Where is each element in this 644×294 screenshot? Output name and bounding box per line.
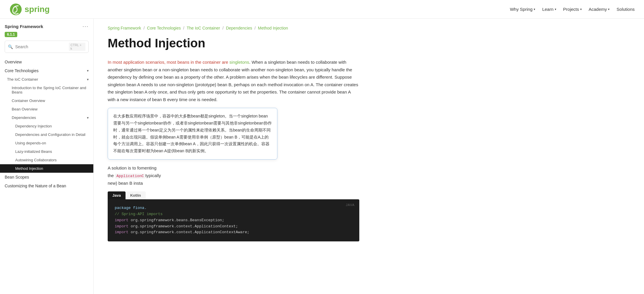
tab-java[interactable]: Java: [108, 191, 126, 199]
chevron-down-icon: ▾: [580, 8, 582, 11]
code-line-4: import org.springframework.context.Appli…: [115, 224, 352, 230]
sidebar-item-bean-overview[interactable]: Bean Overview: [0, 105, 93, 113]
sidebar-item-method-injection[interactable]: Method Injection: [0, 164, 93, 173]
layout: Spring Framework ··· 6.1.1 🔍 CTRL + k Ov…: [0, 19, 644, 294]
sidebar-item-dependency-injection[interactable]: Dependency Injection: [0, 122, 93, 130]
main-nav: Why Spring ▾ Learn ▾ Projects ▾ Academy …: [510, 7, 635, 12]
search-box[interactable]: 🔍 CTRL + k: [5, 41, 89, 53]
code-line-1: package fiona.: [115, 205, 352, 211]
code-tabs: Java Kotlin: [108, 191, 359, 199]
search-input[interactable]: [15, 44, 66, 49]
nav-solutions[interactable]: Solutions: [616, 7, 635, 12]
singletons-link[interactable]: singletons: [229, 60, 249, 65]
sidebar-item-autowiring[interactable]: Autowiring Collaborators: [0, 156, 93, 164]
chevron-down-icon: ▾: [87, 116, 89, 120]
solution-paragraph: A solution is to fomenting the Applicati…: [108, 164, 359, 187]
java-label: JAVA: [346, 202, 355, 208]
logo[interactable]: spring: [9, 3, 50, 16]
chevron-down-icon: ▾: [534, 8, 535, 11]
chevron-down-icon: ▾: [87, 77, 89, 82]
sidebar-item-container-overview[interactable]: Container Overview: [0, 96, 93, 105]
intro-text-after-link: . When a singleton bean needs to collabo…: [108, 60, 358, 102]
code-line-2: // Spring-API imports: [115, 211, 352, 217]
sidebar-header: Spring Framework ···: [0, 23, 93, 32]
search-icon: 🔍: [8, 44, 13, 49]
sidebar-item-ioc-container[interactable]: The IoC Container ▾: [0, 75, 93, 84]
code-line-3: import org.springframework.beans.BeansEx…: [115, 217, 352, 224]
sidebar-item-introduction[interactable]: Introduction to the Spring IoC Container…: [0, 84, 93, 96]
breadcrumb-ioc-container[interactable]: The IoC Container: [187, 26, 220, 30]
code-block: JAVA package fiona. // Spring-API import…: [108, 199, 359, 241]
nav-learn[interactable]: Learn ▾: [542, 7, 556, 12]
svg-point-0: [10, 4, 22, 15]
sidebar-item-lazy-beans[interactable]: Lazy-initialized Beans: [0, 147, 93, 156]
main-content: Spring Framework / Core Technologies / T…: [94, 19, 644, 294]
sidebar-item-depends-on[interactable]: Using depends-on: [0, 139, 93, 147]
breadcrumb-dependencies[interactable]: Dependencies: [226, 26, 252, 30]
sidebar-item-core-technologies[interactable]: Core Technologies ▾: [0, 66, 93, 75]
chevron-down-icon: ▾: [608, 8, 609, 11]
application-context-code: ApplicationC: [115, 174, 145, 179]
header: spring Why Spring ▾ Learn ▾ Projects ▾ A…: [0, 0, 644, 19]
nav-academy[interactable]: Academy ▾: [589, 7, 610, 12]
intro-paragraph: In most application scenarios, most bean…: [108, 58, 359, 103]
page-title: Method Injection: [108, 36, 630, 50]
sidebar-item-bean-scopes[interactable]: Bean Scopes: [0, 173, 93, 181]
spring-logo-icon: [9, 3, 22, 16]
version-badge: 6.1.1: [5, 32, 17, 37]
intro-orange-text: In most application scenarios, most bean…: [108, 60, 229, 65]
code-line-5: import org.springframework.context.Appli…: [115, 229, 352, 236]
breadcrumb-current: Method Injection: [258, 26, 288, 30]
breadcrumb-separator: /: [143, 26, 145, 30]
nav-why-spring[interactable]: Why Spring ▾: [510, 7, 535, 12]
translation-tooltip: 在大多数应用程序场景中，容器中的大多数bean都是singleton。当一个si…: [108, 108, 277, 160]
sidebar-item-dependencies-config[interactable]: Dependencies and Configuration in Detail: [0, 130, 93, 139]
translation-text: 在大多数应用程序场景中，容器中的大多数bean都是singleton。当一个si…: [113, 114, 272, 153]
breadcrumb-separator: /: [183, 26, 184, 30]
sidebar-nav: Overview Core Technologies ▾ The IoC Con…: [0, 58, 93, 190]
chevron-down-icon: ▾: [555, 8, 556, 11]
breadcrumb-separator: /: [255, 26, 256, 30]
chevron-down-icon: ▾: [87, 69, 89, 73]
sidebar-menu-button[interactable]: ···: [83, 23, 89, 30]
search-shortcut: CTRL + k: [69, 43, 85, 51]
breadcrumb-spring-framework[interactable]: Spring Framework: [108, 26, 141, 30]
breadcrumb-core-technologies[interactable]: Core Technologies: [147, 26, 181, 30]
tab-kotlin[interactable]: Kotlin: [126, 191, 146, 199]
breadcrumb-separator: /: [222, 26, 224, 30]
breadcrumb: Spring Framework / Core Technologies / T…: [108, 26, 630, 30]
sidebar-item-overview[interactable]: Overview: [0, 58, 93, 66]
content-body: In most application scenarios, most bean…: [108, 58, 359, 241]
sidebar-title: Spring Framework: [5, 24, 43, 29]
logo-text: spring: [25, 5, 50, 14]
nav-projects[interactable]: Projects ▾: [563, 7, 582, 12]
sidebar-item-customizing[interactable]: Customizing the Nature of a Bean: [0, 181, 93, 190]
sidebar: Spring Framework ··· 6.1.1 🔍 CTRL + k Ov…: [0, 19, 94, 294]
sidebar-item-dependencies[interactable]: Dependencies ▾: [0, 113, 93, 122]
